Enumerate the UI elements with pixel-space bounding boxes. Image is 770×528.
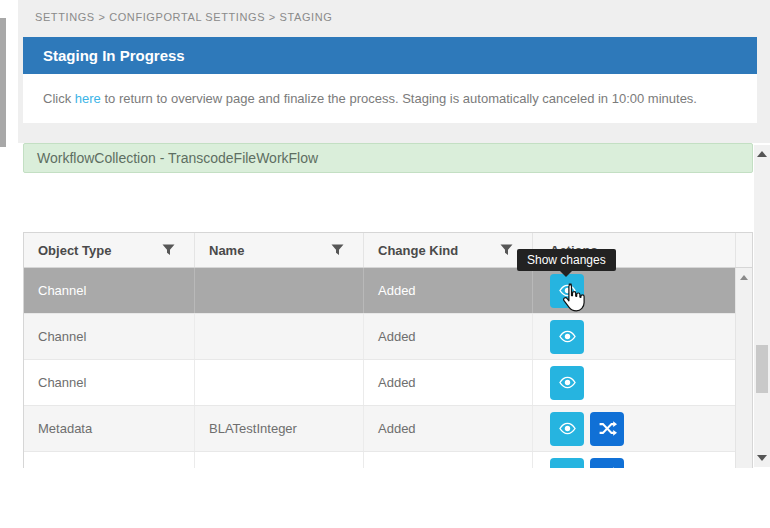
column-header-object-type[interactable]: Object Type — [24, 233, 195, 267]
breadcrumb[interactable]: SETTINGS > CONFIGPORTAL SETTINGS > STAGI… — [35, 11, 332, 23]
cell-actions — [533, 360, 735, 405]
show-changes-tooltip: Show changes — [517, 249, 616, 271]
eye-icon — [558, 419, 577, 438]
changes-table: Object Type Name Change Kind Actions — [23, 232, 753, 468]
cell-object-type: Channel — [24, 314, 195, 359]
cell-actions — [533, 406, 735, 451]
table-row[interactable]: Channel Added — [24, 314, 735, 360]
show-changes-button[interactable] — [550, 458, 584, 469]
column-header-change-kind[interactable]: Change Kind — [364, 233, 533, 267]
page-title-bar: Staging In Progress — [23, 37, 757, 74]
cell-actions — [533, 314, 735, 359]
workflow-collection-label: WorkflowCollection - TranscodeFileWorkFl… — [37, 150, 318, 166]
filter-icon[interactable] — [331, 244, 344, 256]
table-body: Channel Added Channel Added Channel Adde… — [24, 268, 752, 468]
cell-name — [195, 360, 364, 405]
here-link[interactable]: here — [75, 91, 101, 106]
message-text: Click here to return to overview page an… — [43, 91, 697, 106]
merge-button[interactable] — [590, 458, 624, 469]
table-row[interactable]: Metadata BLATestInteger Added — [24, 406, 735, 452]
cell-actions — [533, 452, 735, 468]
workflow-collection-banner[interactable]: WorkflowCollection - TranscodeFileWorkFl… — [23, 143, 753, 173]
page-title: Staging In Progress — [43, 47, 185, 64]
column-header-name[interactable]: Name — [195, 233, 364, 267]
cell-change-kind: Added — [364, 314, 533, 359]
cell-object-type: Channel — [24, 360, 195, 405]
table-body-rows: Channel Added Channel Added Channel Adde… — [24, 268, 735, 468]
column-header-label: Object Type — [38, 243, 111, 258]
cell-object-type — [24, 452, 195, 468]
merge-button[interactable] — [590, 412, 624, 446]
shuffle-icon — [598, 465, 617, 468]
grid-vertical-scrollbar[interactable] — [735, 268, 752, 468]
table-row[interactable]: Channel Added — [24, 360, 735, 406]
show-changes-button[interactable] — [550, 366, 584, 400]
cell-change-kind: Added — [364, 360, 533, 405]
cell-object-type: Metadata — [24, 406, 195, 451]
scroll-thumb[interactable] — [756, 345, 768, 393]
column-header-label: Name — [209, 243, 244, 258]
staging-message: Click here to return to overview page an… — [23, 74, 757, 123]
scroll-up-arrow[interactable] — [757, 151, 767, 157]
clipped-left-panel-edge — [0, 18, 6, 147]
eye-icon — [558, 327, 577, 346]
filter-icon[interactable] — [500, 244, 513, 256]
column-header-label: Change Kind — [378, 243, 458, 258]
staging-page: SETTINGS > CONFIGPORTAL SETTINGS > STAGI… — [0, 0, 770, 528]
table-row[interactable]: Channel Added — [24, 268, 735, 314]
cell-name — [195, 268, 364, 313]
message-pre: Click — [43, 91, 75, 106]
scroll-down-arrow[interactable] — [757, 455, 767, 461]
table-row[interactable] — [24, 452, 735, 468]
shuffle-icon — [598, 419, 617, 438]
outer-vertical-scrollbar[interactable] — [754, 145, 770, 467]
cell-name — [195, 452, 364, 468]
filter-icon[interactable] — [162, 244, 175, 256]
grid-scroll-up-arrow[interactable] — [740, 275, 748, 280]
eye-icon — [558, 465, 577, 468]
top-panel: SETTINGS > CONFIGPORTAL SETTINGS > STAGI… — [18, 0, 770, 143]
cell-change-kind: Added — [364, 406, 533, 451]
cell-name: BLATestInteger — [195, 406, 364, 451]
eye-icon — [558, 373, 577, 392]
show-changes-button[interactable] — [550, 274, 584, 308]
cell-change-kind: Added — [364, 268, 533, 313]
header-spacer — [735, 233, 752, 267]
tooltip-text: Show changes — [527, 253, 606, 267]
table-header: Object Type Name Change Kind Actions — [24, 233, 752, 268]
eye-icon — [558, 281, 577, 300]
show-changes-button[interactable] — [550, 320, 584, 354]
cell-object-type: Channel — [24, 268, 195, 313]
cell-change-kind — [364, 452, 533, 468]
cell-name — [195, 314, 364, 359]
message-post: to return to overview page and finalize … — [101, 91, 697, 106]
show-changes-button[interactable] — [550, 412, 584, 446]
